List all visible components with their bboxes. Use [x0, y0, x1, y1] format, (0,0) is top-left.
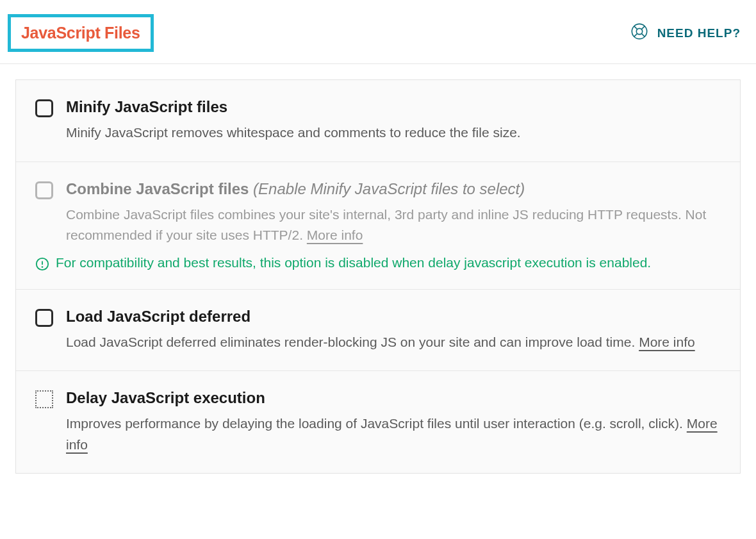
checkbox-delay[interactable] — [35, 390, 53, 408]
svg-point-8 — [42, 267, 43, 267]
option-desc-text: Combine JavaScript files combines your s… — [66, 207, 706, 243]
option-desc-text: Load JavaScript deferred eliminates rend… — [66, 335, 635, 349]
option-title: Delay JavaScript execution — [66, 389, 721, 407]
option-body: Minify JavaScript files Minify JavaScrip… — [66, 98, 721, 144]
option-delay: Delay JavaScript execution Improves perf… — [16, 371, 740, 473]
svg-line-5 — [641, 34, 645, 37]
svg-line-2 — [634, 26, 637, 29]
section-header: JavaScript Files NEED HELP? — [0, 0, 756, 64]
checkbox-defer[interactable] — [35, 309, 53, 327]
option-hint: (Enable Minify JavaScript files to selec… — [253, 180, 525, 197]
notice-text: For compatibility and best results, this… — [56, 255, 651, 270]
svg-line-3 — [641, 26, 645, 29]
option-title: Load JavaScript deferred — [66, 308, 721, 326]
alert-icon — [35, 257, 49, 271]
option-description: Minify JavaScript removes whitespace and… — [66, 122, 721, 144]
option-body: Load JavaScript deferred Load JavaScript… — [66, 308, 721, 353]
javascript-options-panel: Minify JavaScript files Minify JavaScrip… — [15, 79, 741, 474]
option-desc-text: Improves performance by delaying the loa… — [66, 416, 683, 431]
section-title-highlight: JavaScript Files — [8, 14, 154, 52]
more-info-link[interactable]: More info — [307, 228, 363, 242]
svg-point-0 — [632, 24, 646, 38]
option-description: Improves performance by delaying the loa… — [66, 413, 721, 455]
option-title-text: Combine JavaScript files — [66, 180, 249, 197]
option-title: Minify JavaScript files — [66, 98, 721, 116]
help-icon — [630, 22, 648, 44]
option-title: Combine JavaScript files (Enable Minify … — [66, 180, 721, 198]
option-description: Load JavaScript deferred eliminates rend… — [66, 332, 721, 353]
compatibility-notice: For compatibility and best results, this… — [35, 255, 721, 271]
more-info-link[interactable]: More info — [639, 335, 695, 349]
need-help-link[interactable]: NEED HELP? — [630, 22, 741, 44]
svg-point-1 — [636, 28, 642, 34]
svg-line-4 — [634, 34, 637, 37]
checkbox-minify[interactable] — [35, 99, 53, 117]
option-description: Combine JavaScript files combines your s… — [66, 204, 721, 246]
option-body: Combine JavaScript files (Enable Minify … — [66, 180, 721, 271]
section-title: JavaScript Files — [21, 24, 140, 42]
checkbox-combine — [35, 181, 53, 199]
option-defer: Load JavaScript deferred Load JavaScript… — [16, 290, 740, 372]
option-combine: Combine JavaScript files (Enable Minify … — [16, 162, 740, 290]
option-minify: Minify JavaScript files Minify JavaScrip… — [16, 80, 740, 162]
option-body: Delay JavaScript execution Improves perf… — [66, 389, 721, 455]
need-help-label: NEED HELP? — [657, 26, 741, 40]
